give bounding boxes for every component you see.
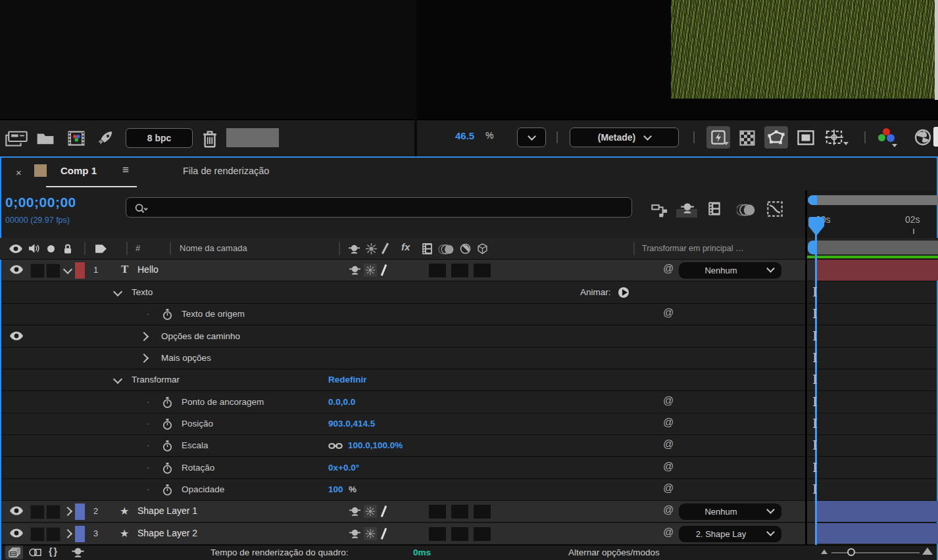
- timeline-column-divider[interactable]: [805, 191, 807, 545]
- property-row-escala[interactable]: · Escala 100.0,100.0% @ I: [1, 435, 937, 457]
- eye-icon[interactable]: [9, 528, 24, 538]
- motion-blur-column-icon[interactable]: [438, 244, 455, 255]
- property-value[interactable]: 0.0,0.0: [328, 397, 355, 407]
- expand-chevron-icon[interactable]: [139, 332, 149, 341]
- label-column-icon[interactable]: [95, 244, 107, 254]
- audio-toggle[interactable]: [30, 527, 45, 542]
- collapse-chevron-icon[interactable]: [63, 265, 72, 274]
- frame-blending-master-icon[interactable]: [708, 201, 721, 216]
- pickwhip-icon[interactable]: @: [663, 438, 674, 450]
- playhead-line[interactable]: [815, 234, 817, 545]
- layer-name[interactable]: Shape Layer 2: [137, 528, 197, 538]
- pickwhip-icon[interactable]: @: [663, 307, 674, 319]
- channel-rgb-icon[interactable]: [877, 128, 896, 147]
- layer-name[interactable]: Shape Layer 1: [137, 505, 197, 516]
- group-row-mais-opcoes[interactable]: Mais opções I: [1, 348, 937, 369]
- eye-icon[interactable]: [9, 505, 24, 516]
- group-row-opcoes-caminho[interactable]: Opções de caminho I: [1, 326, 937, 348]
- transparency-grid-icon[interactable]: [739, 130, 755, 146]
- quality-toggle[interactable]: [381, 528, 387, 540]
- timeline-zoom-track[interactable]: [831, 552, 920, 553]
- layer-label-swatch[interactable]: [75, 262, 85, 279]
- expand-chevron-icon[interactable]: [63, 507, 72, 516]
- layer-name[interactable]: Hello: [137, 264, 159, 275]
- property-label[interactable]: Opacidade: [182, 484, 224, 494]
- layer-label-swatch[interactable]: [75, 503, 85, 520]
- layer-row-2[interactable]: 2 ★ Shape Layer 1 @ Nenhum: [1, 501, 937, 523]
- in-out-columns-icon[interactable]: {}: [49, 546, 59, 557]
- trash-icon[interactable]: [202, 129, 218, 148]
- pickwhip-icon[interactable]: @: [663, 395, 674, 407]
- group-row-texto[interactable]: Texto Animar: I: [1, 282, 937, 304]
- shy-toggle-icon[interactable]: [349, 528, 361, 539]
- collapse-chevron-icon[interactable]: [113, 375, 122, 384]
- project-flowchart-icon[interactable]: [5, 131, 28, 147]
- animate-menu-icon[interactable]: [618, 287, 629, 298]
- property-value[interactable]: 0x+0.0°: [328, 463, 359, 473]
- layer-row-3[interactable]: 3 ★ Shape Layer 2 @ 2. Shape Lay: [1, 523, 937, 545]
- stopwatch-icon[interactable]: [162, 440, 172, 452]
- new-folder-icon[interactable]: [36, 131, 55, 146]
- rocket-icon[interactable]: [97, 130, 114, 147]
- column-parent[interactable]: Transformar em principal …: [642, 244, 743, 253]
- collapse-toggle[interactable]: [364, 264, 377, 277]
- tab-comp[interactable]: Comp 1: [61, 165, 97, 176]
- stopwatch-icon[interactable]: [162, 418, 172, 431]
- layer-label-swatch[interactable]: [75, 526, 85, 542]
- property-label[interactable]: Posição: [182, 419, 213, 429]
- zoom-dropdown[interactable]: [517, 128, 546, 147]
- collapse-toggle[interactable]: [364, 505, 377, 518]
- frame-blend-switch-box[interactable]: [451, 505, 468, 519]
- fx-switch-box[interactable]: [429, 527, 446, 541]
- property-label[interactable]: Escala: [182, 440, 209, 450]
- fx-column-icon[interactable]: fx: [401, 241, 410, 252]
- frame-blend-column-icon[interactable]: [422, 243, 433, 255]
- property-row-texto-origem[interactable]: · Texto de origem @ I: [1, 304, 937, 325]
- group-label[interactable]: Opções de caminho: [161, 331, 240, 341]
- parent-pickwhip-icon[interactable]: @: [663, 504, 674, 516]
- bit-depth-button[interactable]: 8 bpc: [126, 128, 193, 148]
- collapse-chevron-icon[interactable]: [113, 287, 122, 296]
- group-label[interactable]: Transformar: [132, 375, 180, 385]
- region-of-interest-icon[interactable]: [797, 130, 814, 145]
- expand-layers-button[interactable]: [5, 546, 23, 559]
- threed-layer-column-icon[interactable]: [477, 243, 488, 254]
- graph-editor-icon[interactable]: [767, 201, 783, 217]
- solo-toggle[interactable]: [46, 505, 61, 519]
- layer-duration-bar[interactable]: [817, 260, 938, 281]
- property-row-rotacao[interactable]: · Rotação 0x+0.0° @ I: [1, 457, 937, 479]
- group-label[interactable]: Mais opções: [161, 353, 211, 363]
- pickwhip-icon[interactable]: @: [663, 461, 674, 473]
- property-value[interactable]: 903.0,414.5: [328, 419, 375, 429]
- shy-toggle-icon[interactable]: [349, 265, 361, 275]
- exposure-shutter-icon[interactable]: [914, 129, 931, 146]
- column-layer-name[interactable]: Nome da camada: [180, 243, 247, 253]
- property-label[interactable]: Rotação: [182, 463, 214, 473]
- render-time-person-icon[interactable]: [71, 547, 85, 558]
- expand-chevron-icon[interactable]: [139, 354, 149, 363]
- fast-preview-button[interactable]: [706, 126, 730, 149]
- current-timecode[interactable]: 0;00;00;00: [5, 195, 76, 210]
- panel-menu-icon[interactable]: ≡: [122, 164, 129, 177]
- collapse-toggle[interactable]: [364, 527, 377, 540]
- property-value[interactable]: 100.0,100.0%: [348, 440, 403, 450]
- adjustment-layer-column-icon[interactable]: [460, 243, 471, 254]
- fx-switch-box[interactable]: [429, 505, 446, 519]
- audio-toggle[interactable]: [30, 505, 45, 519]
- property-row-posicao[interactable]: · Posição 903.0,414.5 @ I: [1, 413, 937, 435]
- new-composition-icon[interactable]: [67, 130, 86, 147]
- eye-icon[interactable]: [9, 331, 24, 341]
- frame-blend-switch-box[interactable]: [451, 264, 468, 277]
- quality-toggle[interactable]: [381, 505, 387, 517]
- reset-link[interactable]: Redefinir: [328, 375, 367, 385]
- composition-flowchart-icon[interactable]: [651, 204, 668, 218]
- parent-dropdown[interactable]: Nenhum: [679, 503, 781, 520]
- color-swatch[interactable]: [226, 128, 279, 147]
- audio-toggle[interactable]: [30, 264, 45, 278]
- shy-toggle-icon[interactable]: [349, 506, 361, 517]
- solo-toggle[interactable]: [46, 527, 61, 542]
- collapse-column-icon[interactable]: [366, 243, 377, 254]
- parent-dropdown[interactable]: Nenhum: [679, 262, 781, 279]
- link-dimensions-icon[interactable]: [328, 442, 343, 450]
- navigator-handle[interactable]: [808, 195, 817, 205]
